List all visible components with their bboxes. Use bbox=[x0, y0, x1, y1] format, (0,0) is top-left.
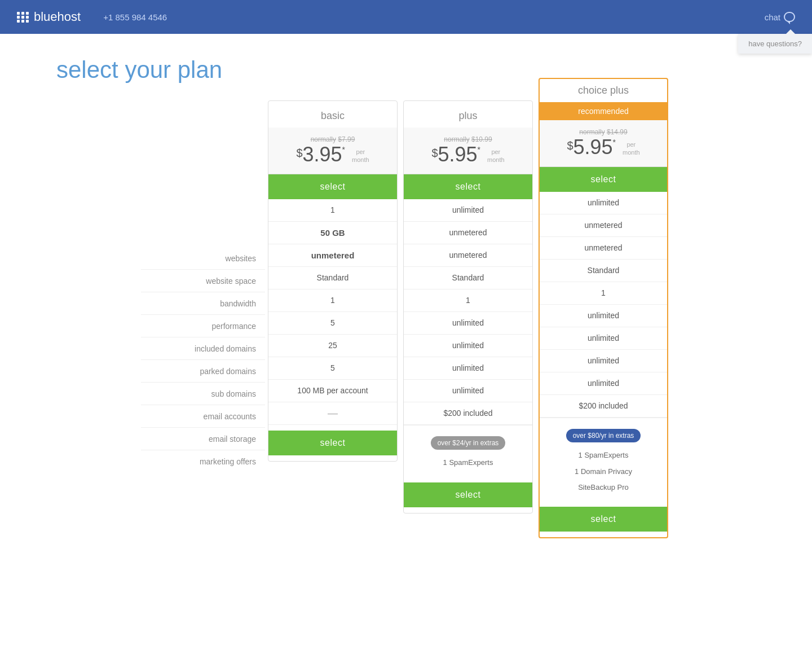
plus-extras-badge: over $24/yr in extras bbox=[404, 431, 532, 455]
plan-choice-plus-normally: normally $14.99 bbox=[545, 128, 661, 136]
choice-plus-marketing-offers: $200 included bbox=[540, 395, 667, 418]
choice-plus-bandwidth: unmetered bbox=[540, 237, 667, 260]
recommended-badge: recommended bbox=[540, 102, 667, 120]
plan-choice-plus-per: permonth bbox=[623, 141, 640, 157]
plan-basic-normally: normally $7.99 bbox=[274, 135, 391, 143]
plus-marketing-offers: $200 included bbox=[404, 402, 532, 425]
plan-basic: basic normally $7.99 $3.95* permonth sel… bbox=[268, 100, 398, 462]
plan-basic-select-bottom[interactable]: select bbox=[268, 431, 397, 455]
feature-labels-column: websites website space bandwidth perform… bbox=[141, 100, 265, 473]
logo-grid-icon bbox=[17, 12, 29, 23]
basic-email-accounts: 5 bbox=[268, 357, 397, 380]
plan-plus-bottom: select bbox=[404, 477, 532, 513]
plus-extras: over $24/yr in extras 1 SpamExperts bbox=[404, 425, 532, 477]
plus-email-storage: unlimited bbox=[404, 380, 532, 402]
plan-choice-plus-price: $5.95* permonth bbox=[545, 136, 661, 159]
plus-performance: Standard bbox=[404, 267, 532, 289]
label-email-storage: email storage bbox=[141, 428, 265, 450]
plan-plus-name: plus bbox=[404, 101, 532, 128]
label-email-accounts: email accounts bbox=[141, 405, 265, 428]
choice-plus-extras-badge: over $80/yr in extras bbox=[540, 424, 667, 448]
plan-basic-name: basic bbox=[268, 101, 397, 128]
logo-text: bluehost bbox=[34, 10, 81, 24]
basic-email-storage: 100 MB per account bbox=[268, 380, 397, 402]
plan-plus-select-top[interactable]: select bbox=[404, 174, 532, 199]
plan-plus-price-area: normally $10.99 $5.95* permonth bbox=[404, 128, 532, 174]
choice-plus-extras: over $80/yr in extras 1 SpamExperts 1 Do… bbox=[540, 418, 667, 501]
label-performance: performance bbox=[141, 315, 265, 337]
label-sub-domains: sub domains bbox=[141, 383, 265, 405]
choice-plus-email-accounts: unlimited bbox=[540, 350, 667, 372]
page-title-area: select your plan bbox=[0, 34, 812, 100]
choice-plus-website-space: unmetered bbox=[540, 214, 667, 237]
label-websites: websites bbox=[141, 247, 265, 270]
choice-plus-parked-domains: unlimited bbox=[540, 305, 667, 327]
choice-plus-sub-domains: unlimited bbox=[540, 327, 667, 350]
plan-plus-per: permonth bbox=[487, 148, 505, 164]
plan-choice-plus-name: choice plus bbox=[540, 79, 667, 102]
plan-basic-price: $3.95* permonth bbox=[274, 143, 391, 166]
plan-choice-plus-bottom: select bbox=[540, 501, 667, 537]
chat-label: chat bbox=[765, 12, 780, 22]
basic-website-space: 50 GB bbox=[268, 222, 397, 244]
basic-performance: Standard bbox=[268, 267, 397, 289]
phone-number[interactable]: +1 855 984 4546 bbox=[103, 12, 167, 22]
basic-sub-domains: 25 bbox=[268, 335, 397, 357]
header: bluehost +1 855 984 4546 chat have quest… bbox=[0, 0, 812, 34]
label-included-domains: included domains bbox=[141, 337, 265, 360]
chat-bubble-icon bbox=[784, 12, 795, 22]
plus-bandwidth: unmetered bbox=[404, 244, 532, 267]
plan-plus-normally: normally $10.99 bbox=[409, 135, 527, 143]
choice-plus-extras-item2: 1 Domain Privacy bbox=[540, 464, 667, 480]
plan-basic-select-top[interactable]: select bbox=[268, 174, 397, 199]
plus-email-accounts: unlimited bbox=[404, 357, 532, 380]
plus-parked-domains: unlimited bbox=[404, 312, 532, 335]
plans-container: websites website space bandwidth perform… bbox=[0, 100, 812, 572]
choice-plus-performance: Standard bbox=[540, 260, 667, 282]
have-questions-tooltip: have questions? bbox=[738, 34, 812, 54]
basic-parked-domains: 5 bbox=[268, 312, 397, 335]
plus-included-domains: 1 bbox=[404, 289, 532, 312]
basic-websites: 1 bbox=[268, 199, 397, 222]
plan-choice-plus: choice plus recommended normally $14.99 … bbox=[539, 78, 668, 538]
plan-plus: plus normally $10.99 $5.95* permonth sel… bbox=[403, 100, 533, 513]
plus-extras-item1: 1 SpamExperts bbox=[404, 455, 532, 471]
choice-plus-extras-item3: SiteBackup Pro bbox=[540, 480, 667, 495]
plus-website-space: unmetered bbox=[404, 222, 532, 244]
plan-choice-plus-price-area: normally $14.99 $5.95* permonth bbox=[540, 120, 667, 167]
chat-button[interactable]: chat bbox=[765, 12, 795, 22]
plan-choice-plus-select-top[interactable]: select bbox=[540, 167, 667, 192]
logo: bluehost bbox=[17, 10, 92, 24]
plan-basic-bottom: select bbox=[268, 425, 397, 461]
choice-plus-included-domains: 1 bbox=[540, 282, 667, 305]
plan-basic-price-area: normally $7.99 $3.95* permonth bbox=[268, 128, 397, 174]
plus-sub-domains: unlimited bbox=[404, 335, 532, 357]
label-bandwidth: bandwidth bbox=[141, 292, 265, 315]
plan-plus-select-bottom[interactable]: select bbox=[404, 482, 532, 507]
basic-included-domains: 1 bbox=[268, 289, 397, 312]
basic-marketing-offers: — bbox=[268, 402, 397, 425]
choice-plus-websites: unlimited bbox=[540, 192, 667, 214]
label-website-space: website space bbox=[141, 270, 265, 292]
plan-choice-plus-select-bottom[interactable]: select bbox=[540, 507, 667, 532]
choice-plus-extras-item1: 1 SpamExperts bbox=[540, 447, 667, 463]
label-parked-domains: parked domains bbox=[141, 360, 265, 383]
label-marketing-offers: marketing offers bbox=[141, 450, 265, 473]
plan-basic-per: permonth bbox=[352, 148, 369, 164]
plan-plus-price: $5.95* permonth bbox=[409, 143, 527, 166]
basic-bandwidth: unmetered bbox=[268, 244, 397, 267]
choice-plus-email-storage: unlimited bbox=[540, 372, 667, 395]
plus-websites: unlimited bbox=[404, 199, 532, 222]
